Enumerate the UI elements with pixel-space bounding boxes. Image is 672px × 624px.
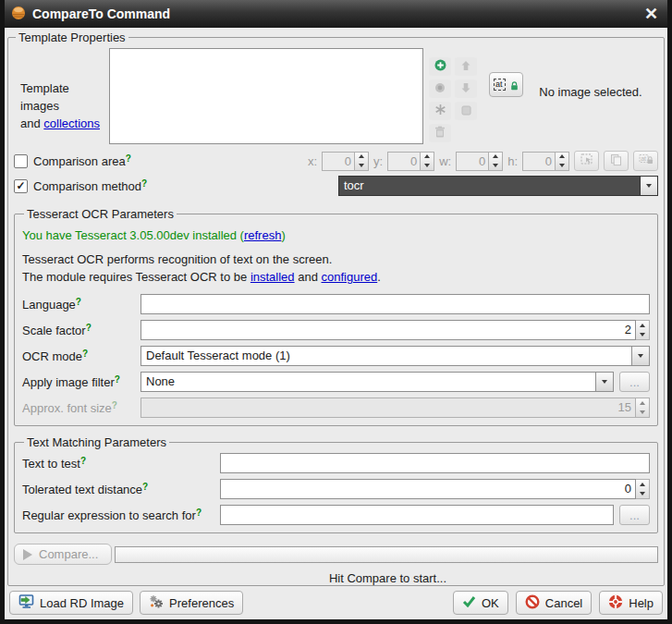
help-button[interactable]: Help: [599, 591, 663, 615]
record-image-button[interactable]: [429, 80, 451, 98]
spinner-down-icon: [421, 161, 434, 170]
compare-row: Compare...: [14, 544, 658, 565]
close-icon[interactable]: ✕: [644, 6, 658, 22]
title-bar[interactable]: CompareTo Command ✕: [5, 0, 667, 28]
x-spinner[interactable]: 0: [322, 152, 369, 171]
language-input[interactable]: [141, 294, 650, 314]
svg-text:at: at: [641, 155, 646, 162]
at-lock-disabled-icon: at: [639, 153, 654, 168]
template-images-row: Template images and collections: [14, 48, 658, 144]
collections-link[interactable]: collections: [43, 116, 100, 130]
spinner-up-icon: [636, 321, 649, 330]
comparison-method-checkbox[interactable]: ✓: [14, 179, 28, 193]
installed-link[interactable]: installed: [250, 270, 295, 284]
ocr-mode-select[interactable]: Default Tesseract mode (1): [141, 346, 650, 366]
copy-icon: [610, 153, 622, 169]
ok-button[interactable]: OK: [453, 591, 508, 615]
cancel-icon: [525, 594, 540, 612]
move-down-button[interactable]: [455, 80, 477, 98]
load-rd-image-button[interactable]: Load RD Image: [9, 591, 133, 615]
tolerated-distance-label: Tolerated text distance?: [22, 482, 220, 496]
chevron-down-icon[interactable]: [632, 346, 650, 366]
template-images-list[interactable]: [109, 48, 423, 144]
image-filter-row: Apply image filter? None ...: [22, 372, 650, 392]
chevron-down-icon[interactable]: [596, 372, 614, 392]
move-up-button[interactable]: [455, 57, 477, 76]
tesseract-description-1: Tesseract OCR performs recognition of te…: [22, 251, 650, 267]
language-label: Language?: [22, 297, 141, 312]
regex-more-button[interactable]: ...: [619, 505, 650, 525]
help-marker: ?: [80, 456, 86, 466]
spinner-down-icon: [636, 489, 649, 498]
add-image-button[interactable]: [429, 57, 451, 76]
footer-bar: Load RD Image Preferences OK Cancel Help: [7, 591, 665, 615]
compare-button[interactable]: Compare...: [14, 544, 112, 565]
spinner-up-icon: [421, 153, 434, 162]
tesseract-legend: Tesseract OCR Parameters: [24, 207, 177, 221]
text-area-lock-button[interactable]: at: [633, 151, 658, 171]
help-marker: ?: [86, 323, 92, 333]
regex-input[interactable]: [220, 505, 614, 525]
chevron-down-icon[interactable]: [641, 176, 658, 196]
y-spinner[interactable]: 0: [387, 152, 434, 171]
compare-status-text: Hit Compare to start...: [117, 571, 658, 585]
spinner-up-icon: [355, 153, 368, 162]
trash-icon: [434, 126, 446, 141]
spinner-down-icon: [636, 330, 649, 339]
image-filter-select[interactable]: None: [141, 372, 614, 392]
comparison-method-select[interactable]: tocr: [338, 176, 658, 196]
regex-label: Regular expression to search for?: [22, 508, 220, 522]
scale-factor-label: Scale factor?: [22, 323, 141, 337]
area-coordinates: x: 0 y: 0 w: 0 h: 0 at: [308, 151, 658, 171]
refresh-link[interactable]: refresh: [244, 228, 281, 242]
cancel-button[interactable]: Cancel: [516, 591, 592, 615]
font-size-spinner[interactable]: 15: [141, 398, 650, 418]
text-to-test-input[interactable]: [220, 453, 650, 473]
delete-image-button[interactable]: [429, 124, 451, 142]
new-image-button[interactable]: [429, 102, 451, 120]
comparison-area-label: Comparison area?: [33, 153, 131, 168]
text-recognition-button[interactable]: at: [489, 72, 523, 97]
select-area-button[interactable]: [574, 151, 599, 171]
spinner-down-icon: [636, 408, 649, 417]
no-image-status: No image selected.: [523, 85, 658, 144]
arrow-down-icon: [460, 82, 471, 96]
spinner-up-icon: [636, 398, 649, 408]
app-icon: [11, 6, 26, 23]
help-marker: ?: [76, 297, 81, 307]
spinner-down-icon: [556, 161, 568, 170]
check-icon: [462, 595, 476, 610]
comparison-area-row: Comparison area? x: 0 y: 0 w: 0 h: 0 at: [14, 151, 658, 171]
compareto-dialog: CompareTo Command ✕ Template Properties …: [0, 0, 672, 624]
lifebuoy-icon: [608, 594, 623, 612]
tesseract-group: Tesseract OCR Parameters You have Tesser…: [14, 207, 658, 426]
arrow-up-icon: [460, 60, 471, 74]
stop-button[interactable]: [455, 102, 477, 120]
h-spinner[interactable]: 0: [522, 152, 569, 171]
tolerated-distance-spinner[interactable]: 0: [220, 479, 650, 499]
w-spinner[interactable]: 0: [456, 152, 503, 171]
compare-progress-bar: [115, 546, 658, 563]
scale-factor-spinner[interactable]: 2: [141, 320, 650, 340]
spinner-up-icon: [636, 480, 649, 489]
configured-link[interactable]: configured: [322, 270, 378, 284]
help-marker: ?: [142, 482, 148, 492]
text-matching-legend: Text Matching Parameters: [24, 435, 169, 449]
text-matching-group: Text Matching Parameters Text to test? T…: [14, 435, 658, 533]
text-to-test-label: Text to test?: [22, 456, 220, 471]
scale-factor-row: Scale factor? 2: [22, 320, 650, 340]
comparison-area-checkbox[interactable]: [14, 154, 28, 168]
image-filter-more-button[interactable]: ...: [619, 372, 650, 392]
copy-area-button[interactable]: [604, 151, 629, 171]
square-icon: [461, 104, 471, 118]
help-marker: ?: [115, 374, 120, 385]
spinner-down-icon: [355, 161, 368, 170]
template-images-label: Template images and collections: [14, 48, 109, 144]
at-text-icon: at: [494, 79, 506, 91]
preferences-button[interactable]: Preferences: [140, 591, 243, 615]
image-filter-label: Apply image filter?: [22, 374, 141, 389]
record-circle-icon: [434, 82, 446, 96]
spinner-up-icon: [489, 153, 502, 162]
x-label: x:: [308, 154, 317, 168]
spinner-down-icon: [489, 161, 502, 170]
